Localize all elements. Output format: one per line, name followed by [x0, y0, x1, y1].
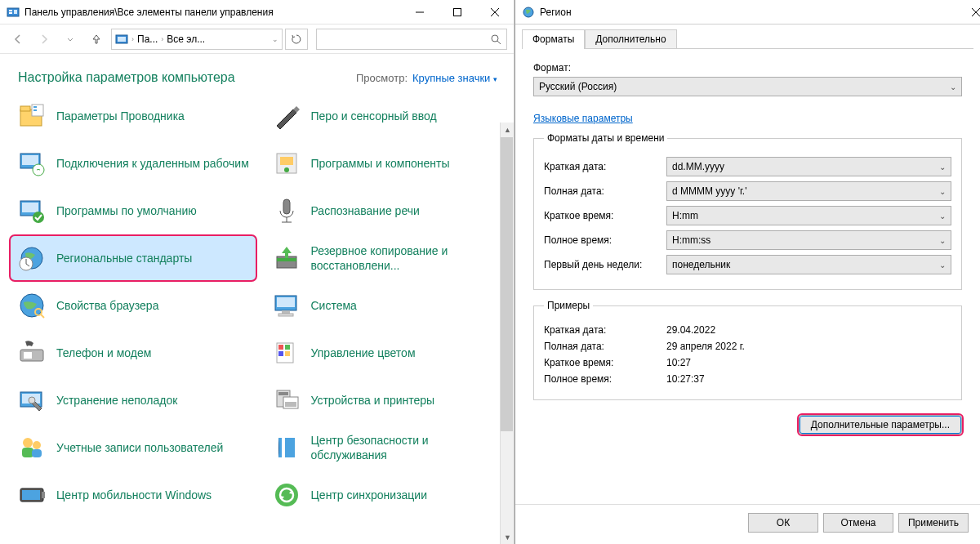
- svg-line-37: [41, 314, 44, 318]
- recent-dropdown[interactable]: [59, 28, 82, 51]
- dialog-titlebar: Регион: [515, 0, 980, 25]
- short-date-label: Краткая дата:: [544, 161, 666, 172]
- svg-rect-34: [277, 258, 296, 261]
- cancel-button[interactable]: Отмена: [823, 513, 893, 533]
- cp-item-browser[interactable]: Свойства браузера: [10, 283, 256, 328]
- format-combo[interactable]: Русский (Россия)⌄: [533, 77, 962, 96]
- svg-rect-2: [9, 12, 12, 14]
- forward-button[interactable]: [33, 28, 56, 51]
- address-bar[interactable]: › Па... › Все эл... ⌄: [111, 29, 283, 50]
- backup-icon: [270, 242, 303, 274]
- cp-item-devices[interactable]: Устройства и принтеры: [265, 377, 511, 423]
- svg-rect-60: [282, 436, 285, 459]
- svg-rect-45: [278, 345, 283, 350]
- svg-rect-21: [280, 157, 293, 165]
- nav-toolbar: › Па... › Все эл... ⌄: [0, 25, 514, 54]
- cp-item-system[interactable]: Система: [265, 283, 511, 328]
- svg-rect-41: [278, 314, 293, 316]
- first-day-combo[interactable]: понедельник⌄: [666, 255, 951, 274]
- chevron-down-icon[interactable]: ⌄: [272, 35, 278, 43]
- chevron-right-icon: ›: [131, 35, 134, 43]
- examples-group: Примеры Краткая дата:29.04.2022 Полная д…: [533, 300, 962, 400]
- short-time-combo[interactable]: H:mm⌄: [666, 206, 951, 225]
- additional-settings-button[interactable]: Дополнительные параметры...: [799, 415, 962, 435]
- back-button[interactable]: [7, 28, 29, 51]
- control-panel-icon: [115, 33, 128, 46]
- page-title: Настройка параметров компьютера: [18, 70, 235, 85]
- datetime-formats-group: Форматы даты и времени Краткая дата:dd.M…: [533, 132, 962, 290]
- control-panel-icon: [7, 6, 20, 19]
- devices-icon: [270, 384, 303, 417]
- cp-item-remote[interactable]: Подключения к удаленным рабочим: [10, 140, 256, 186]
- cp-item-region[interactable]: Региональные стандарты: [10, 235, 256, 281]
- globe-icon: [522, 6, 535, 19]
- dialog-footer: ОК Отмена Применить: [515, 504, 980, 544]
- cp-item-phone[interactable]: Телефон и модем: [10, 330, 256, 376]
- svg-rect-26: [283, 199, 290, 214]
- ex-short-time-value: 10:27: [666, 357, 951, 368]
- cp-item-troubleshoot[interactable]: Устранение неполадок: [10, 377, 256, 423]
- breadcrumb-seg[interactable]: Все эл...: [167, 33, 205, 45]
- cp-item-color[interactable]: Управление цветом: [265, 330, 511, 376]
- svg-rect-24: [22, 203, 38, 212]
- close-button[interactable]: [476, 0, 514, 25]
- ex-short-time-label: Краткое время:: [544, 357, 666, 368]
- short-date-combo[interactable]: dd.MM.yyyy⌄: [666, 157, 951, 176]
- ex-long-time-value: 10:27:37: [666, 373, 951, 385]
- cp-item-label: Перо и сенсорный ввод: [311, 109, 437, 123]
- cp-item-pen[interactable]: Перо и сенсорный ввод: [265, 93, 511, 139]
- tab-bar: Форматы Дополнительно: [515, 25, 980, 48]
- cp-item-programs[interactable]: Программы и компоненты: [265, 140, 511, 186]
- svg-point-56: [23, 438, 33, 448]
- close-button[interactable]: [972, 8, 980, 16]
- ok-button[interactable]: ОК: [748, 513, 818, 533]
- svg-rect-53: [278, 392, 288, 395]
- svg-point-10: [492, 35, 498, 42]
- refresh-button[interactable]: [285, 29, 308, 50]
- scroll-thumb[interactable]: [501, 137, 513, 431]
- cp-item-label: Устройства и принтеры: [311, 393, 435, 408]
- long-date-combo[interactable]: d MMMM yyyy 'г.'⌄: [666, 181, 951, 201]
- svg-rect-5: [454, 8, 461, 16]
- cp-item-security[interactable]: Центр безопасности и обслуживания: [265, 425, 511, 470]
- cp-item-label: Резервное копирование и восстановлени...: [311, 243, 506, 273]
- cp-item-speech[interactable]: Распознавание речи: [265, 188, 511, 234]
- scroll-down-button[interactable]: ▼: [501, 530, 514, 544]
- search-input[interactable]: [316, 29, 507, 50]
- up-button[interactable]: [85, 28, 108, 51]
- svg-rect-43: [24, 352, 32, 359]
- cp-item-label: Центр мобильности Windows: [56, 488, 212, 502]
- tab-additional[interactable]: Дополнительно: [585, 29, 676, 48]
- cp-item-sync[interactable]: Центр синхронизации: [265, 472, 511, 518]
- programs-icon: [270, 147, 303, 180]
- group-title: Примеры: [544, 300, 593, 311]
- cp-item-label: Устранение неполадок: [56, 393, 177, 408]
- dialog-body: Формат: Русский (Россия)⌄ Языковые парам…: [515, 49, 980, 504]
- tab-formats[interactable]: Форматы: [522, 29, 585, 48]
- color-icon: [270, 337, 303, 369]
- breadcrumb-seg[interactable]: Па...: [137, 33, 158, 45]
- cp-item-folder-options[interactable]: Параметры Проводника: [10, 93, 256, 139]
- dialog-title: Регион: [540, 7, 972, 18]
- pen-icon: [270, 100, 303, 132]
- long-time-combo[interactable]: H:mm:ss⌄: [666, 230, 951, 250]
- minimize-button[interactable]: [401, 0, 439, 25]
- cp-item-users[interactable]: Учетные записи пользователей: [10, 425, 256, 470]
- scroll-up-button[interactable]: ▲: [501, 123, 514, 136]
- cp-item-mobility[interactable]: Центр мобильности Windows: [10, 472, 256, 518]
- svg-point-51: [29, 397, 35, 404]
- view-dropdown[interactable]: Крупные значки ▾: [412, 72, 497, 84]
- language-settings-link[interactable]: Языковые параметры: [533, 113, 962, 124]
- svg-rect-16: [33, 109, 37, 111]
- svg-point-22: [284, 167, 289, 172]
- folder-options-icon: [16, 100, 48, 132]
- svg-rect-62: [22, 490, 40, 500]
- maximize-button[interactable]: [439, 0, 476, 25]
- scrollbar[interactable]: ▲ ▼: [500, 123, 514, 544]
- svg-rect-46: [285, 345, 290, 350]
- cp-item-defaults[interactable]: Программы по умолчанию: [10, 188, 256, 234]
- svg-point-19: [33, 164, 44, 176]
- cp-item-backup[interactable]: Резервное копирование и восстановлени...: [265, 235, 511, 281]
- region-icon: [16, 242, 48, 274]
- apply-button[interactable]: Применить: [898, 513, 969, 533]
